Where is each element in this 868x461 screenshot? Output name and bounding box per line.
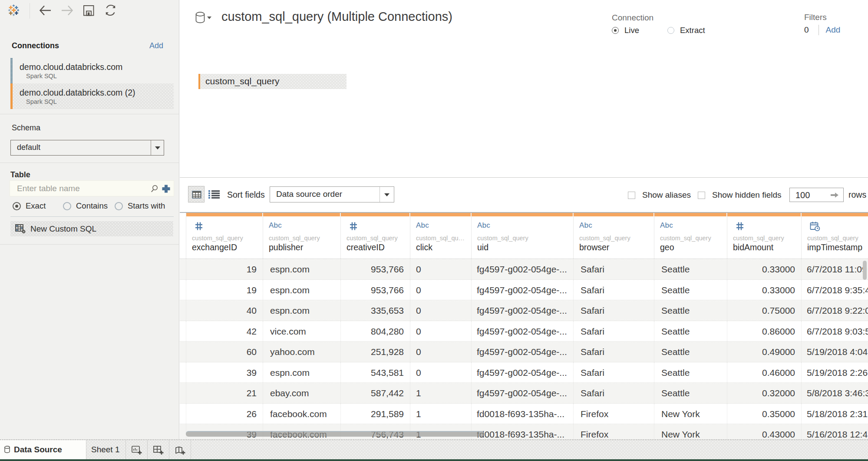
cell-uid[interactable]: fg4597-g002-054ge-... [472,300,574,321]
cell-impTimestamp[interactable]: 6/7/2018 9:35:4 [802,280,868,300]
cell-click[interactable]: 0 [410,259,472,279]
cell-exchangeID[interactable]: 19 [186,280,263,300]
radio-icon[interactable] [667,27,674,34]
canvas-table-chip[interactable]: custom_sql_query [198,74,347,89]
cell-geo[interactable]: New York [654,404,727,424]
cell-bidAmount[interactable]: 0.33000 [727,259,802,279]
connection-item[interactable]: demo.cloud.databricks.com Spark SQL [10,58,174,83]
grid-view-button[interactable] [188,186,205,202]
column-header-creativeID[interactable]: custom_sql_query creativeID [341,213,410,259]
cell-bidAmount[interactable]: 0.32000 [727,383,802,403]
list-view-button[interactable] [208,190,220,199]
cell-browser[interactable]: Safari [574,259,654,279]
connection-option-extract[interactable]: Extract [667,26,705,35]
cell-creativeID[interactable]: 587,442 [341,383,410,403]
cell-geo[interactable]: Seattle [654,342,727,362]
filters-add-link[interactable]: Add [826,25,841,35]
show-hidden-fields-option[interactable]: Show hidden fields [698,190,782,200]
cell-publisher[interactable]: ebay.com [263,383,341,403]
cell-bidAmount[interactable]: 0.35000 [727,404,802,424]
new-dashboard-button[interactable] [148,440,169,459]
connections-add-link[interactable]: Add [149,41,163,50]
cell-impTimestamp[interactable]: 5/16/2018 12:4 [802,424,868,440]
cell-impTimestamp[interactable]: 5/8/2018 3:46:3 [802,383,868,403]
cell-geo[interactable]: Seattle [654,280,727,300]
cell-browser[interactable]: Safari [574,342,654,362]
save-button[interactable] [83,5,94,16]
radio-icon[interactable] [63,202,71,210]
column-header-browser[interactable]: Abc custom_sql_query browser [574,213,654,259]
add-table-plus-icon[interactable] [162,184,171,193]
cell-publisher[interactable]: yahoo.com [263,342,341,362]
match-option-contains[interactable]: Contains [63,201,108,211]
apply-rows-arrow-icon[interactable] [830,192,839,199]
cell-click[interactable]: 0 [410,300,472,321]
cell-click[interactable]: 1 [410,383,472,403]
cell-impTimestamp[interactable]: 6/7/2018 9:22:0 [802,300,868,321]
show-hidden-fields-checkbox[interactable] [698,192,705,199]
database-icon[interactable] [195,12,205,23]
column-header-impTimestamp[interactable]: custom_sql_query impTimestamp [802,213,868,259]
cell-click[interactable]: 0 [410,342,472,362]
cell-browser[interactable]: Safari [574,300,654,321]
column-header-bidAmount[interactable]: custom_sql_query bidAmount [727,213,802,259]
cell-creativeID[interactable]: 291,589 [341,404,410,424]
cell-bidAmount[interactable]: 0.86000 [727,321,802,342]
radio-icon[interactable] [115,202,123,210]
cell-uid[interactable]: fd0018-f693-135ha-... [472,404,574,424]
cell-impTimestamp[interactable]: 5/18/2018 2:31 [802,404,868,424]
cell-impTimestamp[interactable]: 5/19/2018 4:04 [802,342,868,362]
cell-bidAmount[interactable]: 0.43000 [727,424,802,440]
cell-browser[interactable]: Firefox [574,404,654,424]
tab-sheet1[interactable]: Sheet 1 [86,440,126,459]
tab-data-source[interactable]: Data Source [0,440,86,459]
refresh-button[interactable] [104,4,117,16]
cell-publisher[interactable]: facebook.com [263,404,341,424]
cell-geo[interactable]: Seattle [654,321,727,342]
table-search-input[interactable]: Enter table name [10,180,174,196]
connection-option-live[interactable]: Live [612,26,639,35]
cell-browser[interactable]: Safari [574,362,654,383]
cell-uid[interactable]: fg4597-g002-054ge-... [472,259,574,279]
cell-creativeID[interactable]: 251,928 [341,342,410,362]
column-header-publisher[interactable]: Abc custom_sql_query publisher [263,213,341,259]
cell-creativeID[interactable]: 953,766 [341,280,410,300]
cell-bidAmount[interactable]: 0.33000 [727,280,802,300]
cell-exchangeID[interactable]: 21 [186,383,263,403]
vertical-scrollbar-thumb[interactable] [863,261,867,280]
sort-order-dropdown[interactable]: Data source order [270,186,394,202]
cell-geo[interactable]: Seattle [654,300,727,321]
column-header-click[interactable]: Abc custom_sql_query click [410,213,472,259]
horizontal-scrollbar-thumb[interactable] [186,431,484,437]
column-header-uid[interactable]: Abc custom_sql_query uid [472,213,574,259]
column-header-geo[interactable]: Abc custom_sql_query geo [654,213,727,259]
cell-geo[interactable]: Seattle [654,259,727,279]
cell-browser[interactable]: Safari [574,383,654,403]
cell-exchangeID[interactable]: 40 [186,300,263,321]
cell-uid[interactable]: fg4597-g002-054ge-... [472,280,574,300]
cell-impTimestamp[interactable]: 5/19/2018 2:26 [802,362,868,383]
radio-icon[interactable] [13,202,21,210]
cell-creativeID[interactable]: 804,280 [341,321,410,342]
cell-creativeID[interactable]: 953,766 [341,259,410,279]
cell-impTimestamp[interactable]: 6/7/2018 11:09 [802,259,868,279]
cell-browser[interactable]: Safari [574,280,654,300]
cell-click[interactable]: 0 [410,321,472,342]
cell-uid[interactable]: fg4597-g002-054ge-... [472,342,574,362]
database-caret-icon[interactable] [207,17,211,19]
cell-geo[interactable]: Seattle [654,362,727,383]
cell-exchangeID[interactable]: 19 [186,259,263,279]
cell-publisher[interactable]: espn.com [263,259,341,279]
column-header-exchangeID[interactable]: custom_sql_query exchangeID [186,213,263,259]
cell-publisher[interactable]: espn.com [263,280,341,300]
match-option-exact[interactable]: Exact [13,201,46,211]
new-worksheet-button[interactable] [126,440,148,459]
new-custom-sql-button[interactable]: New Custom SQL [10,221,173,236]
cell-browser[interactable]: Safari [574,321,654,342]
cell-bidAmount[interactable]: 0.49000 [727,342,802,362]
cell-exchangeID[interactable]: 42 [186,321,263,342]
radio-icon[interactable] [612,27,619,34]
connection-item[interactable]: demo.cloud.databricks.com (2) Spark SQL [10,83,174,109]
cell-geo[interactable]: Seattle [654,383,727,403]
cell-uid[interactable]: fd0018-f693-135ha-... [472,424,574,440]
